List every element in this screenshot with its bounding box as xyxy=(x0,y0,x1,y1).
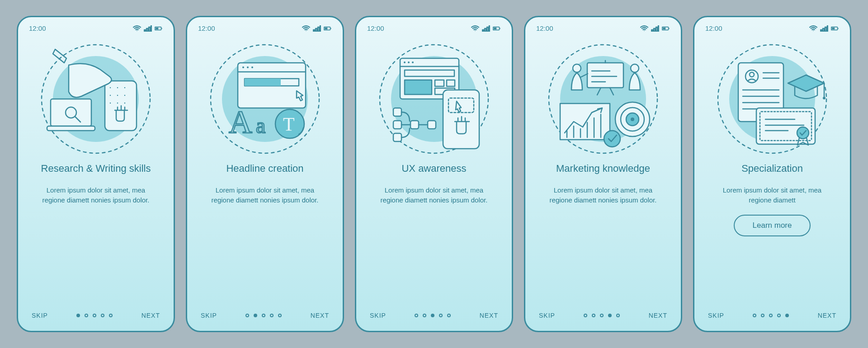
next-button[interactable]: NEXT xyxy=(818,312,836,319)
skip-button[interactable]: SKIP xyxy=(370,312,386,319)
status-time: 12:00 xyxy=(705,24,722,32)
next-button[interactable]: NEXT xyxy=(142,312,160,319)
svg-point-36 xyxy=(242,66,244,68)
page-dot[interactable] xyxy=(592,314,595,317)
svg-text:T: T xyxy=(283,114,295,135)
wifi-icon xyxy=(302,25,310,32)
svg-rect-61 xyxy=(405,80,432,94)
next-button[interactable]: NEXT xyxy=(311,312,329,319)
page-dot[interactable] xyxy=(254,314,257,317)
page-dot[interactable] xyxy=(769,314,773,317)
page-dot[interactable] xyxy=(76,314,80,317)
page-dot[interactable] xyxy=(109,314,113,317)
screen-description: Lorem ipsum dolor sit amet, mea regione … xyxy=(203,185,326,206)
svg-rect-40 xyxy=(245,79,281,86)
illustration xyxy=(525,36,681,162)
svg-rect-67 xyxy=(393,133,401,141)
page-dot[interactable] xyxy=(415,314,418,317)
page-dot[interactable] xyxy=(447,314,451,317)
page-dot[interactable] xyxy=(584,314,587,317)
svg-rect-82 xyxy=(587,63,623,88)
status-bar: 12:00 xyxy=(525,17,681,36)
svg-rect-11 xyxy=(47,126,95,131)
page-dot[interactable] xyxy=(777,314,781,317)
status-bar: 12:00 xyxy=(356,17,512,36)
svg-rect-4 xyxy=(151,26,151,31)
page-dot[interactable] xyxy=(93,314,96,317)
screen-description: Lorem ipsum dolor sit amet, mea regione … xyxy=(542,185,665,206)
illustration xyxy=(18,36,174,162)
status-bar: 12:00 xyxy=(694,17,850,36)
next-button[interactable]: NEXT xyxy=(649,312,667,319)
svg-text:A: A xyxy=(229,104,252,140)
onboarding-screen-1: 12:00 Research & Writing skills Lorem ip… xyxy=(17,16,175,332)
svg-rect-49 xyxy=(489,26,490,31)
page-dot[interactable] xyxy=(101,314,104,317)
page-dot[interactable] xyxy=(600,314,604,317)
page-dot[interactable] xyxy=(270,314,274,317)
svg-point-58 xyxy=(408,61,410,63)
page-dot[interactable] xyxy=(761,314,764,317)
svg-rect-6 xyxy=(161,28,162,29)
onboarding-screen-5: 12:00 Specialization Lorem ipsum dolor s… xyxy=(693,16,851,332)
skip-button[interactable]: SKIP xyxy=(539,312,555,319)
svg-point-57 xyxy=(404,61,406,63)
onboarding-screen-2: 12:00 A a T Headline creation Lorem ipsu… xyxy=(186,16,344,332)
nav-bar: SKIP NEXT xyxy=(356,302,512,331)
battery-icon xyxy=(493,25,501,32)
page-dot[interactable] xyxy=(616,314,620,317)
battery-icon xyxy=(155,25,163,32)
svg-rect-66 xyxy=(393,121,401,129)
status-icons xyxy=(133,25,163,32)
svg-rect-104 xyxy=(823,28,824,31)
svg-rect-79 xyxy=(663,27,665,29)
skip-button[interactable]: SKIP xyxy=(32,312,48,319)
svg-rect-7 xyxy=(156,27,158,29)
page-dot[interactable] xyxy=(785,314,789,317)
svg-rect-76 xyxy=(658,26,659,31)
svg-point-37 xyxy=(247,66,249,68)
signal-icon xyxy=(313,25,321,32)
wifi-icon xyxy=(809,25,817,32)
svg-rect-74 xyxy=(654,28,655,31)
signal-icon xyxy=(144,25,152,32)
page-dot[interactable] xyxy=(608,314,612,317)
learn-more-button[interactable]: Learn more xyxy=(734,215,811,236)
screen-description: Lorem ipsum dolor sit amet, mea regione … xyxy=(34,185,157,206)
skip-button[interactable]: SKIP xyxy=(201,312,217,319)
svg-point-72 xyxy=(644,30,645,31)
page-dot[interactable] xyxy=(439,314,443,317)
content: Research & Writing skills Lorem ipsum do… xyxy=(18,162,174,302)
nav-bar: SKIP NEXT xyxy=(187,302,343,331)
nav-bar: SKIP NEXT xyxy=(694,302,850,331)
svg-rect-28 xyxy=(320,26,321,31)
svg-point-89 xyxy=(631,64,639,72)
svg-rect-3 xyxy=(149,27,150,31)
next-button[interactable]: NEXT xyxy=(480,312,498,319)
page-dot[interactable] xyxy=(423,314,426,317)
svg-rect-26 xyxy=(316,28,317,31)
person-icon xyxy=(629,64,640,90)
skip-button[interactable]: SKIP xyxy=(708,312,724,319)
page-dot[interactable] xyxy=(85,314,88,317)
svg-text:a: a xyxy=(256,113,265,137)
browser-window-icon xyxy=(238,63,306,108)
page-dots xyxy=(415,314,451,317)
svg-rect-73 xyxy=(651,30,653,31)
laptop-icon xyxy=(47,99,95,131)
certificate-icon xyxy=(756,108,815,145)
page-dot[interactable] xyxy=(245,314,249,317)
page-dot[interactable] xyxy=(431,314,434,317)
svg-point-100 xyxy=(631,118,634,121)
illustration xyxy=(356,36,512,162)
battery-icon xyxy=(324,25,332,32)
page-dots xyxy=(76,314,113,317)
page-dot[interactable] xyxy=(262,314,265,317)
status-time: 12:00 xyxy=(29,24,46,32)
screen-title: UX awareness xyxy=(401,162,466,175)
page-dot[interactable] xyxy=(753,314,756,317)
page-dot[interactable] xyxy=(278,314,282,317)
svg-rect-65 xyxy=(393,108,401,116)
battery-icon xyxy=(831,25,839,32)
svg-point-128 xyxy=(797,127,809,139)
